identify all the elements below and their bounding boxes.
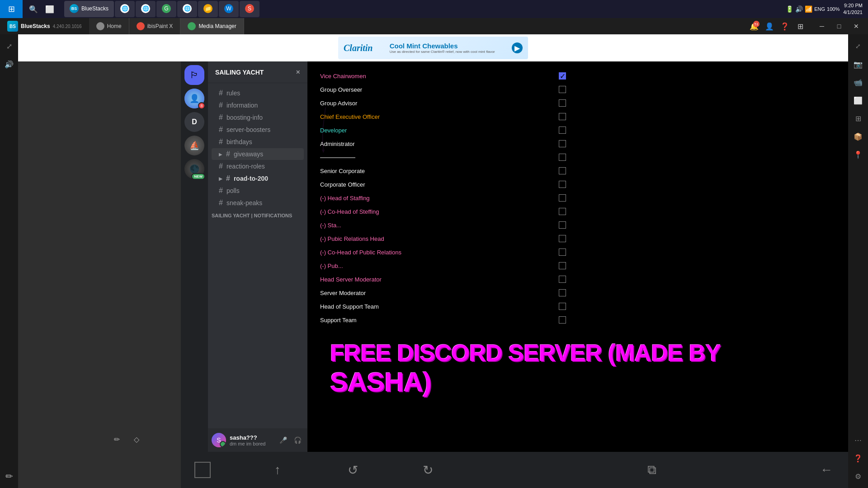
- bottom-navigation: ↑ ↺ ↻ ⧉ ←: [181, 452, 848, 488]
- bs-main-content: Claritin Cool Mint Chewables Use as dire…: [18, 34, 848, 488]
- hash-icon-reaction: #: [219, 162, 223, 170]
- channel-reaction-roles[interactable]: # reaction-roles: [212, 160, 304, 172]
- channel-road-200[interactable]: ▶ # road-to-200: [212, 173, 304, 184]
- taskbar-app-chrome1[interactable]: 🌐: [115, 1, 135, 17]
- taskbar-app-app3[interactable]: S: [240, 1, 259, 17]
- ad-play-btn[interactable]: ▶: [512, 42, 523, 53]
- channel-birthdays[interactable]: # birthdays: [212, 136, 304, 148]
- nav-up-btn[interactable]: ↑: [265, 457, 290, 483]
- pencil-tool-icon[interactable]: ✏: [108, 431, 125, 447]
- notifications-section[interactable]: SAILING YACHT | NOTIFICATIONS: [208, 209, 307, 220]
- screenshot-icon[interactable]: 📷: [850, 56, 866, 72]
- role-checkbox-1[interactable]: [559, 86, 566, 93]
- right-icon-3[interactable]: ⬜: [850, 92, 866, 108]
- right-icon-5[interactable]: 📦: [850, 128, 866, 145]
- channel-server-boosters[interactable]: # server-boosters: [212, 124, 304, 136]
- role-name-6: ——————: [320, 154, 355, 161]
- bs-tab-home[interactable]: Home: [89, 18, 129, 34]
- channel-sneak-peaks[interactable]: # sneak-peaks: [212, 197, 304, 209]
- minimize-button[interactable]: ─: [814, 18, 830, 34]
- close-button[interactable]: ✕: [848, 18, 864, 34]
- nav-forward-btn[interactable]: ↻: [415, 457, 440, 483]
- server-name[interactable]: SAILING YACHT ✕: [208, 61, 307, 83]
- channel-information-label: information: [226, 102, 258, 109]
- role-checkbox-17[interactable]: [559, 303, 566, 310]
- role-checkbox-13[interactable]: [559, 249, 566, 256]
- eraser-tool-icon[interactable]: ◇: [128, 431, 145, 447]
- video-icon[interactable]: 📹: [850, 74, 866, 90]
- discord-channels-sidebar: SAILING YACHT ✕ # rules # information: [208, 61, 307, 452]
- search-icon[interactable]: 🔍: [26, 2, 41, 16]
- media-tab-label: Media Manager: [198, 23, 236, 29]
- channel-polls[interactable]: # polls: [212, 185, 304, 197]
- role-checkbox-8[interactable]: [559, 181, 566, 188]
- volume-side-icon[interactable]: 🔊: [1, 56, 17, 72]
- role-checkbox-12[interactable]: [559, 235, 566, 242]
- bs-account-btn[interactable]: 👤: [763, 20, 776, 33]
- role-item-13: (-) Co-Head of Public Relations: [316, 247, 570, 258]
- role-checkbox-2[interactable]: [559, 99, 566, 107]
- bs-tab-ibis[interactable]: ibisPaint X: [129, 18, 181, 34]
- hash-icon-polls: #: [219, 187, 223, 195]
- ad-brand: Claritin: [344, 43, 373, 53]
- headphone-button[interactable]: 🎧: [291, 434, 304, 446]
- taskbar-app-blue2[interactable]: W: [219, 1, 239, 17]
- role-name-2: Group Advisor: [320, 100, 357, 107]
- taskbar-app-green[interactable]: G: [156, 1, 176, 17]
- right-icon-4[interactable]: ⊞: [850, 110, 866, 127]
- hash-icon-boosters: #: [219, 126, 223, 134]
- more-options-icon[interactable]: ⋯: [850, 432, 866, 448]
- nav-copy-btn[interactable]: ⧉: [639, 457, 665, 483]
- role-checkbox-16[interactable]: [559, 289, 566, 296]
- left-arrow-icon: ←: [820, 463, 833, 477]
- maximize-button[interactable]: □: [831, 18, 847, 34]
- bs-notifications-btn[interactable]: 🔔 51: [748, 20, 760, 33]
- role-checkbox-7[interactable]: [559, 167, 566, 174]
- nav-square-btn[interactable]: [190, 457, 215, 483]
- bs-tab-media[interactable]: Media Manager: [180, 18, 244, 34]
- channel-boosting-info[interactable]: # boosting-info: [212, 112, 304, 123]
- channel-rules[interactable]: # rules: [212, 87, 304, 99]
- bs-help-btn[interactable]: ❓: [778, 20, 791, 33]
- up-arrow-icon: ↑: [274, 463, 281, 477]
- expand-left-icon[interactable]: ⤢: [1, 38, 17, 54]
- role-name-14: (-) Pub...: [320, 263, 343, 269]
- start-button[interactable]: ⊞: [0, 0, 23, 18]
- role-checkbox-4[interactable]: [559, 127, 566, 134]
- drawing-icon[interactable]: ✏: [1, 468, 17, 484]
- role-checkbox-0[interactable]: ✓: [559, 72, 566, 80]
- location-icon[interactable]: 📍: [850, 146, 866, 163]
- channel-boosters-label: server-boosters: [226, 126, 270, 133]
- nav-left-arrow-btn[interactable]: ←: [814, 457, 839, 483]
- taskbar-app-chrome2[interactable]: 🌐: [136, 1, 156, 17]
- taskbar-app-bluestacks[interactable]: BS BlueStacks: [64, 1, 114, 17]
- channel-information[interactable]: # information: [212, 99, 304, 111]
- discord-server-1[interactable]: 🏳: [184, 65, 204, 85]
- discord-server-d[interactable]: D: [184, 112, 204, 132]
- expand-right-icon[interactable]: ⤢: [850, 38, 866, 54]
- role-checkbox-6[interactable]: [559, 154, 566, 161]
- task-view-icon[interactable]: ⬜: [42, 2, 57, 16]
- role-name-9: (-) Head of Staffing: [320, 195, 370, 202]
- home-tab-icon: [96, 22, 104, 30]
- mic-button[interactable]: 🎤: [277, 434, 289, 446]
- home-tab-label: Home: [107, 23, 122, 29]
- right-icon-help[interactable]: ❓: [850, 450, 866, 466]
- role-checkbox-11[interactable]: [559, 221, 566, 229]
- role-checkbox-5[interactable]: [559, 140, 566, 147]
- nav-back-btn[interactable]: ↺: [340, 457, 365, 483]
- taskbar-app-files[interactable]: 📁: [198, 1, 218, 17]
- role-checkbox-15[interactable]: [559, 276, 566, 283]
- discord-main-inner: Vice Chairwomen ✓ Group Overseer Group A…: [307, 61, 848, 452]
- channel-giveaways[interactable]: ▶ # giveaways: [212, 148, 304, 160]
- role-checkbox-18[interactable]: [559, 316, 566, 324]
- discord-server-3[interactable]: ⛵: [184, 136, 204, 155]
- role-checkbox-14[interactable]: [559, 262, 566, 269]
- role-checkbox-10[interactable]: [559, 208, 566, 215]
- settings-icon[interactable]: ⚙: [850, 468, 866, 484]
- role-checkbox-9[interactable]: [559, 194, 566, 202]
- channel-road-label: road-to-200: [234, 175, 268, 182]
- role-checkbox-3[interactable]: [559, 113, 566, 120]
- taskbar-app-chrome3[interactable]: 🌐: [177, 1, 197, 17]
- bs-multiinstance-btn[interactable]: ⊞: [794, 20, 807, 33]
